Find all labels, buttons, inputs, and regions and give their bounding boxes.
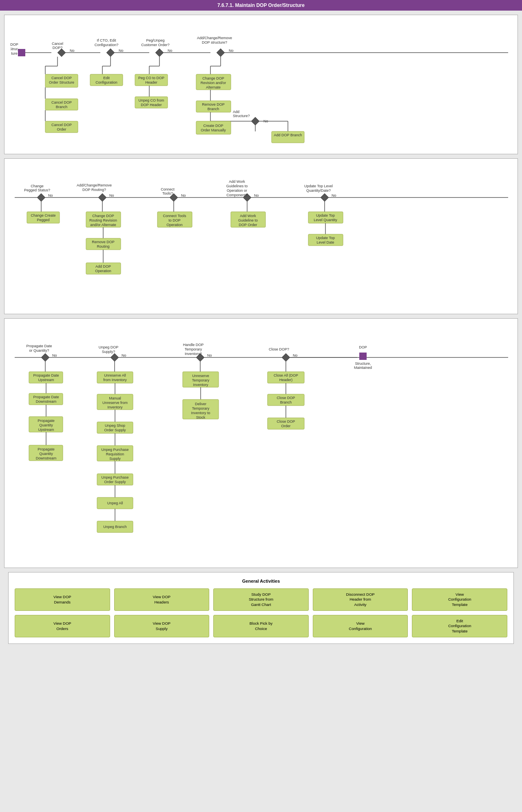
svg-text:Struc-: Struc- bbox=[11, 47, 19, 51]
svg-text:Unreserve from: Unreserve from bbox=[102, 401, 128, 405]
svg-text:from Inventory: from Inventory bbox=[103, 378, 127, 382]
svg-text:Level Date: Level Date bbox=[316, 240, 334, 244]
svg-text:No: No bbox=[168, 49, 173, 53]
svg-text:No: No bbox=[332, 193, 336, 197]
svg-text:Remove DOP: Remove DOP bbox=[92, 240, 115, 244]
activity-view-dop-headers[interactable]: View DOPHeaders bbox=[114, 588, 210, 611]
svg-text:Inventory: Inventory bbox=[193, 383, 208, 387]
svg-text:Structure?: Structure? bbox=[233, 114, 250, 118]
svg-text:Routing: Routing bbox=[97, 244, 109, 248]
svg-text:Create DOP: Create DOP bbox=[203, 124, 223, 128]
svg-text:No: No bbox=[229, 49, 234, 53]
no-label-d1: No bbox=[70, 49, 75, 53]
svg-text:No: No bbox=[109, 193, 114, 197]
svg-text:Branch: Branch bbox=[56, 105, 68, 109]
activity-view-configuration[interactable]: ViewConfiguration bbox=[313, 615, 408, 637]
svg-text:DOP?: DOP? bbox=[53, 46, 63, 50]
svg-text:Routing Revision: Routing Revision bbox=[89, 218, 117, 222]
svg-text:Order Supply: Order Supply bbox=[104, 428, 126, 432]
svg-text:Configuration: Configuration bbox=[95, 80, 117, 84]
decision-2 bbox=[106, 49, 115, 57]
svg-text:Unpeg All: Unpeg All bbox=[107, 501, 123, 505]
decision-5 bbox=[37, 193, 45, 202]
svg-text:Unpeg Branch: Unpeg Branch bbox=[103, 525, 127, 529]
activity-view-configuration-template[interactable]: ViewConfigurationTemplate bbox=[412, 588, 507, 611]
page-title: 7.6.7.1. Maintain DOP Order/Structure bbox=[0, 0, 522, 11]
svg-text:DOP Routing?: DOP Routing? bbox=[82, 188, 106, 192]
svg-text:Unreserve: Unreserve bbox=[192, 374, 209, 378]
svg-text:Configuration?: Configuration? bbox=[95, 43, 119, 47]
svg-text:Stock: Stock bbox=[196, 415, 206, 419]
svg-text:Close DOP?: Close DOP? bbox=[269, 347, 289, 351]
svg-text:No: No bbox=[207, 353, 212, 357]
svg-text:DOP Order: DOP Order bbox=[239, 223, 257, 227]
svg-text:Connect: Connect bbox=[161, 187, 175, 191]
svg-text:Add Work: Add Work bbox=[240, 214, 256, 218]
svg-text:Alternate: Alternate bbox=[206, 85, 221, 89]
svg-text:Add/Change/Remove: Add/Change/Remove bbox=[197, 36, 232, 40]
activity-view-dop-supply[interactable]: View DOPSupply bbox=[114, 615, 210, 637]
svg-text:Tools?: Tools? bbox=[162, 191, 173, 195]
section-3: Propagate Date or Quantity? No Propagate… bbox=[4, 318, 518, 568]
general-activities-section: General Activities View DOPDemands View … bbox=[8, 572, 514, 644]
activity-study-dop-structure[interactable]: Study DOPStructure fromGantt Chart bbox=[213, 588, 309, 611]
svg-text:Unpeg DOP: Unpeg DOP bbox=[99, 345, 119, 349]
decision-1 bbox=[58, 49, 66, 57]
svg-text:Cancel DOP: Cancel DOP bbox=[51, 123, 72, 127]
svg-text:Temporary: Temporary bbox=[185, 347, 202, 351]
svg-text:No: No bbox=[254, 193, 259, 197]
svg-text:No: No bbox=[293, 353, 298, 357]
activity-grid: View DOPDemands View DOPHeaders Study DO… bbox=[15, 588, 507, 637]
svg-text:Inventory to: Inventory to bbox=[191, 411, 210, 415]
svg-text:Update Top: Update Top bbox=[316, 236, 335, 240]
svg-text:Inventory: Inventory bbox=[107, 405, 123, 409]
svg-text:Structure,: Structure, bbox=[355, 362, 371, 366]
activity-disconnect-dop-header[interactable]: Disconnect DOPHeader fromActivity bbox=[313, 588, 408, 611]
svg-text:Temporary: Temporary bbox=[192, 378, 210, 382]
svg-text:Close All (DOP: Close All (DOP bbox=[274, 373, 298, 377]
svg-text:Operation or: Operation or bbox=[227, 189, 247, 193]
activity-edit-configuration-template[interactable]: EditConfigurationTemplate bbox=[412, 615, 507, 637]
activity-block-pick-by-choice[interactable]: Block Pick byChoice bbox=[213, 615, 309, 637]
action-create-dop-order-manually[interactable] bbox=[196, 121, 231, 134]
activity-view-dop-orders[interactable]: View DOPOrders bbox=[15, 615, 110, 637]
svg-text:Branch: Branch bbox=[208, 107, 219, 111]
svg-text:Change: Change bbox=[31, 184, 44, 188]
svg-text:Inventory?: Inventory? bbox=[185, 352, 202, 356]
end-terminal bbox=[359, 353, 367, 360]
svg-text:Update Top Level: Update Top Level bbox=[304, 184, 333, 188]
svg-text:Cancel DOP: Cancel DOP bbox=[51, 76, 72, 80]
decision-4 bbox=[217, 49, 225, 57]
svg-text:Pegged: Pegged bbox=[37, 218, 49, 222]
svg-text:DOP Header: DOP Header bbox=[141, 103, 161, 107]
svg-text:Operation: Operation bbox=[95, 269, 111, 273]
svg-text:Quantity: Quantity bbox=[39, 452, 53, 456]
section-2: Change Pegged Status? No Change Create P… bbox=[4, 158, 518, 314]
svg-text:Supply: Supply bbox=[109, 457, 121, 461]
svg-text:Propagate: Propagate bbox=[38, 447, 55, 451]
svg-text:to DOP: to DOP bbox=[168, 218, 181, 222]
decision-3 bbox=[155, 49, 164, 57]
svg-text:Customer Order?: Customer Order? bbox=[141, 43, 170, 47]
svg-text:Requisition: Requisition bbox=[106, 452, 124, 456]
svg-text:Component?: Component? bbox=[226, 193, 248, 197]
svg-text:and/or Alternate: and/or Alternate bbox=[90, 223, 116, 227]
decision-13 bbox=[282, 353, 290, 362]
svg-text:Manual: Manual bbox=[109, 396, 121, 400]
svg-text:or Quantity?: or Quantity? bbox=[29, 348, 49, 353]
activity-view-dop-demands[interactable]: View DOPDemands bbox=[15, 588, 110, 611]
svg-text:ture: ture bbox=[11, 51, 18, 55]
svg-text:Operation: Operation bbox=[166, 223, 183, 227]
svg-text:Quantity/Date?: Quantity/Date? bbox=[306, 189, 331, 193]
svg-text:Header): Header) bbox=[279, 378, 293, 382]
svg-text:Remove DOP: Remove DOP bbox=[202, 102, 225, 106]
svg-text:Header: Header bbox=[145, 80, 157, 84]
svg-text:No: No bbox=[181, 193, 186, 197]
svg-text:Revision and/or: Revision and/or bbox=[201, 81, 226, 85]
svg-text:Handle DOP: Handle DOP bbox=[183, 343, 204, 347]
svg-text:Maintained: Maintained bbox=[354, 366, 372, 370]
start-label: DOP bbox=[11, 42, 18, 47]
svg-text:Order: Order bbox=[281, 424, 290, 428]
svg-text:Add DOP Branch: Add DOP Branch bbox=[274, 133, 302, 137]
svg-text:Unpeg CO from: Unpeg CO from bbox=[138, 98, 164, 102]
